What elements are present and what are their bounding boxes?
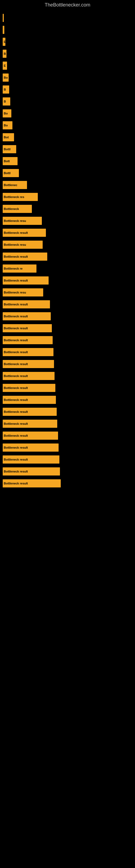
bar: Bottleneck result — [3, 420, 57, 428]
bar-label: Bottleneck result — [4, 339, 28, 342]
bar: Bottleneck re — [3, 265, 37, 273]
bar-label: Bottleneck result — [4, 362, 28, 366]
bar-row: Bottleneck resu — [3, 240, 135, 250]
bar-row: Bott — [3, 156, 135, 166]
bar-row: Bottl — [3, 168, 135, 178]
bar-label: Bottlenec — [4, 183, 17, 187]
bar-row: B — [3, 96, 135, 106]
bar-row: Bottleneck result — [3, 431, 135, 441]
bar: B — [3, 86, 9, 94]
bar-row: Bot — [3, 132, 135, 143]
bar-row: Bo — [3, 72, 135, 83]
bar-row: Bottleneck result — [3, 311, 135, 321]
bar-row: Bottleneck result — [3, 454, 135, 465]
bar-row — [3, 13, 135, 23]
bar-label: Bottleneck result — [4, 422, 28, 425]
bar-label: Bottleneck result — [4, 386, 28, 390]
bar-row: Bottleneck result — [3, 383, 135, 393]
bar-row: Bottleneck result — [3, 466, 135, 476]
bar-label: Bott — [4, 159, 10, 163]
bar: E — [3, 62, 7, 70]
bar-label: Bottleneck result — [4, 255, 28, 258]
bar-row: Bottleneck res — [3, 192, 135, 202]
bar-label: Bottleneck result — [4, 470, 28, 473]
bar-row: Bottleneck result — [3, 299, 135, 310]
bar: Bottl — [3, 145, 16, 153]
bar-label: Bottleneck result — [4, 482, 28, 485]
bar-label: Bottl — [4, 148, 10, 151]
bar-row: B — [3, 84, 135, 95]
bar-label: Bottl — [4, 172, 10, 175]
bar: Bottl — [3, 169, 19, 177]
bar-row: Bottleneck resu — [3, 216, 135, 226]
bar-label: B — [4, 88, 6, 91]
bar-row: Bottleneck result — [3, 418, 135, 429]
bar-row: Bottleneck result — [3, 442, 135, 453]
bar-label: Bottleneck result — [4, 434, 28, 437]
bar: B — [3, 50, 6, 58]
bar-label: Bottleneck result — [4, 327, 28, 330]
bar: Bottleneck result — [3, 312, 51, 320]
bar: Bottleneck result — [3, 336, 53, 344]
bar: Bo — [3, 109, 11, 118]
bar-row: Bottleneck result — [3, 359, 135, 369]
bar-label: Bottleneck result — [4, 231, 28, 235]
bar-row: Bottleneck result — [3, 478, 135, 489]
bar: Bottleneck result — [3, 479, 61, 488]
bar: Bottleneck result — [3, 372, 54, 380]
bar: Bo — [3, 73, 9, 82]
bar: Bottleneck resu — [3, 241, 43, 249]
bar-row: B — [3, 49, 135, 59]
bar-row: Bo — [3, 108, 135, 119]
bar-label: Bo — [4, 112, 8, 115]
bar: Bottleneck result — [3, 432, 58, 440]
bar: Bottleneck result — [3, 384, 55, 392]
bar-label: Bottleneck result — [4, 458, 28, 461]
bar: E — [3, 38, 5, 46]
bar-label: Bottleneck result — [4, 398, 28, 401]
bar: B — [3, 97, 10, 105]
bar-row: Bottleneck result — [3, 371, 135, 381]
bar-row: Bottleneck resu — [3, 287, 135, 298]
bar-label: E — [4, 40, 5, 43]
bar: Bottleneck res — [3, 193, 38, 201]
bar-row: Bottleneck result — [3, 395, 135, 405]
bar-row: Bottleneck result — [3, 275, 135, 286]
bar-label: E — [4, 64, 6, 67]
bars-container: EBEBoBBBoBoBotBottlBottBottlBottlenecBot… — [0, 10, 135, 493]
bar-label: Bottleneck resu — [4, 243, 26, 246]
bar-label: Bo — [4, 124, 8, 127]
bar: Bottleneck result — [3, 408, 57, 416]
bar: Bottleneck result — [3, 467, 60, 475]
bar: Bottleneck result — [3, 300, 50, 308]
bar: Bottleneck result — [3, 360, 54, 368]
bar-label: Bo — [4, 76, 8, 79]
bar: Bottleneck — [3, 205, 32, 213]
site-title-container: TheBottlenecker.com — [0, 0, 135, 10]
bar-row: Bottleneck — [3, 204, 135, 214]
bar-label: Bottleneck result — [4, 410, 28, 413]
bar-label: Bottleneck res — [4, 195, 24, 198]
bar-label: B — [4, 52, 6, 55]
bar-row: Bottleneck result — [3, 323, 135, 333]
bar-row: Bottleneck result — [3, 335, 135, 345]
bar-label: Bottleneck re — [4, 267, 23, 270]
bar-label: Bottleneck result — [4, 279, 28, 282]
bar-row: Bo — [3, 120, 135, 130]
bar: Bo — [3, 121, 12, 129]
bar-row: E — [3, 61, 135, 71]
bar: Bottleneck result — [3, 396, 56, 404]
bar: Bottlenec — [3, 181, 27, 189]
bar-label: Bottleneck result — [4, 374, 28, 378]
bar: Bottleneck resu — [3, 217, 42, 225]
bar: Bottleneck result — [3, 252, 47, 261]
bar-row: Bottl — [3, 144, 135, 154]
bar-row: Bottleneck result — [3, 227, 135, 238]
bar: Bottleneck result — [3, 348, 53, 356]
bar-label: Bottleneck resu — [4, 219, 26, 222]
bar-row: Bottleneck re — [3, 264, 135, 274]
bar: Bott — [3, 157, 17, 165]
bar-label: Bot — [4, 135, 9, 139]
bar: Bottleneck result — [3, 324, 52, 332]
bar-row: Bottleneck result — [3, 407, 135, 417]
